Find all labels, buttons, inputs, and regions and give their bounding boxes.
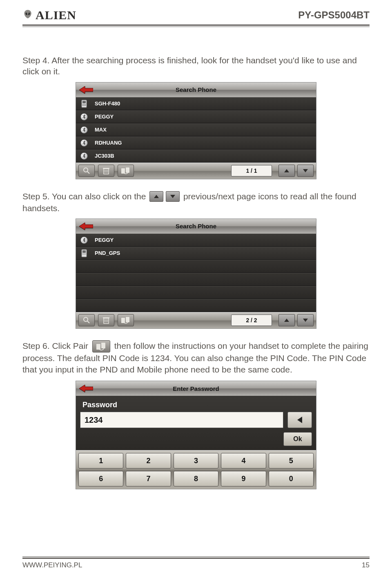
svg-line-26	[87, 321, 89, 323]
list-item[interactable]: JC303B	[76, 149, 316, 163]
back-button[interactable]	[76, 381, 96, 396]
svg-rect-4	[82, 104, 83, 105]
search-button[interactable]	[78, 314, 95, 326]
svg-rect-9	[85, 105, 86, 106]
page-header: ALIEN PY-GPS5004BT	[22, 8, 370, 25]
list-item	[76, 273, 316, 286]
titlebar: Enter Password	[76, 381, 316, 396]
list-item[interactable]: SGH-F480	[76, 97, 316, 110]
list-item[interactable]: RDHUANG	[76, 136, 316, 149]
back-button[interactable]	[76, 83, 96, 97]
step6-text: Step 6. Click Pair then follow the instr…	[22, 340, 370, 375]
backspace-button[interactable]	[287, 412, 312, 428]
svg-rect-6	[85, 104, 86, 105]
list-item	[76, 299, 316, 312]
page-nav	[278, 165, 314, 177]
svg-rect-33	[126, 317, 129, 322]
key-7[interactable]: 7	[126, 471, 171, 486]
bluetooth-icon	[80, 236, 88, 245]
divider	[22, 27, 370, 27]
svg-rect-24	[85, 254, 86, 254]
device-name: JC303B	[95, 153, 114, 159]
next-page-button[interactable]	[297, 314, 314, 326]
search-phone-screen-1: Search Phone SGH-F480 PEGGY MAX RDHUANG …	[76, 82, 316, 179]
bluetooth-icon	[80, 112, 88, 121]
phone-icon	[80, 99, 88, 108]
svg-point-25	[84, 317, 88, 321]
step5-text: Step 5. You can also click on the previo…	[22, 191, 370, 214]
list-item[interactable]: PND_GPS	[76, 247, 316, 260]
prev-page-button[interactable]	[278, 165, 295, 177]
list-item[interactable]: PEGGY	[76, 110, 316, 123]
svg-rect-31	[103, 317, 109, 318]
svg-rect-23	[84, 254, 85, 254]
screen-title: Search Phone	[76, 86, 316, 93]
svg-rect-18	[126, 167, 129, 173]
screen-title: Search Phone	[76, 223, 316, 230]
device-name: MAX	[95, 127, 107, 133]
next-icon	[166, 191, 180, 202]
titlebar: Search Phone	[76, 219, 316, 234]
key-2[interactable]: 2	[126, 453, 171, 468]
step5-before: Step 5. You can also click on the	[22, 192, 146, 201]
device-list: SGH-F480 PEGGY MAX RDHUANG JC303B	[76, 97, 316, 163]
brand: ALIEN	[22, 8, 76, 22]
key-9[interactable]: 9	[221, 471, 266, 486]
svg-rect-22	[82, 254, 83, 254]
screen-title: Enter Password	[76, 385, 316, 392]
toolbar: 2 / 2	[76, 312, 316, 328]
enter-password-screen: Enter Password Password 1234 Ok 1 2 3 4 …	[76, 381, 316, 489]
next-page-button[interactable]	[297, 165, 314, 177]
svg-line-11	[87, 172, 89, 174]
password-input[interactable]: 1234	[80, 412, 283, 428]
page-footer: WWW.PEIYING.PL 15	[22, 556, 370, 569]
key-5[interactable]: 5	[269, 453, 314, 468]
svg-rect-8	[84, 105, 85, 106]
divider	[22, 556, 370, 557]
device-name: SGH-F480	[95, 100, 120, 107]
delete-button[interactable]	[98, 165, 114, 177]
device-list: PEGGY PND_GPS	[76, 234, 316, 312]
pair-icon	[92, 340, 110, 352]
page-number: 15	[362, 561, 370, 569]
list-item	[76, 286, 316, 299]
search-button[interactable]	[78, 165, 95, 177]
titlebar: Search Phone	[76, 83, 316, 97]
bluetooth-icon	[80, 138, 88, 147]
delete-button[interactable]	[98, 314, 114, 326]
search-phone-screen-2: Search Phone PEGGY PND_GPS 2 / 2	[76, 219, 316, 329]
step6-before: Step 6. Click Pair	[22, 341, 88, 350]
svg-rect-5	[84, 104, 85, 105]
svg-rect-16	[103, 168, 109, 169]
key-1[interactable]: 1	[78, 453, 123, 468]
password-panel: Password 1234 Ok	[76, 396, 316, 450]
page-indicator: 2 / 2	[231, 315, 272, 326]
device-name: PEGGY	[95, 237, 114, 243]
backspace-icon	[297, 417, 302, 423]
list-item[interactable]: MAX	[76, 123, 316, 136]
prev-icon	[149, 191, 163, 202]
model-number: PY-GPS5004BT	[298, 9, 370, 21]
device-name: RDHUANG	[95, 140, 122, 146]
pair-button[interactable]	[118, 165, 134, 177]
pair-button[interactable]	[118, 314, 134, 326]
divider	[22, 25, 370, 26]
prev-page-button[interactable]	[278, 314, 295, 326]
key-4[interactable]: 4	[221, 453, 266, 468]
footer-url: WWW.PEIYING.PL	[22, 561, 82, 569]
brand-text: ALIEN	[36, 8, 76, 22]
page-nav	[278, 314, 314, 326]
key-0[interactable]: 0	[269, 471, 314, 486]
back-button[interactable]	[76, 219, 96, 234]
phone-icon	[80, 249, 88, 258]
key-6[interactable]: 6	[78, 471, 123, 486]
svg-rect-21	[82, 250, 86, 253]
bluetooth-icon	[80, 152, 88, 161]
svg-rect-3	[82, 101, 86, 103]
list-item[interactable]: PEGGY	[76, 234, 316, 247]
key-8[interactable]: 8	[174, 471, 218, 486]
ok-button[interactable]: Ok	[283, 432, 312, 446]
list-item	[76, 260, 316, 273]
step4-text: Step 4. After the searching process is f…	[22, 55, 370, 77]
key-3[interactable]: 3	[174, 453, 218, 468]
